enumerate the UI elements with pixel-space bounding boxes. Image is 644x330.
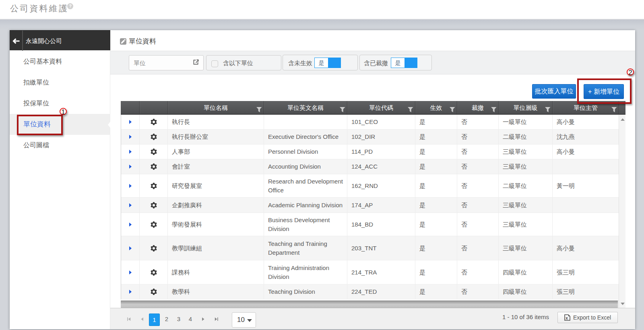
- svg-text:x: x: [566, 316, 568, 320]
